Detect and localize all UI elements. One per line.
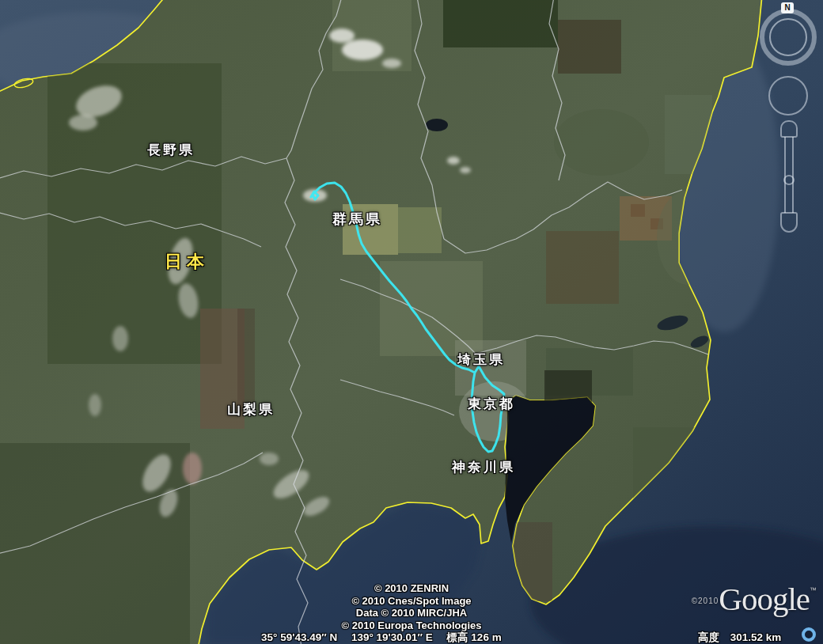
altitude-value: 301.52 km xyxy=(730,631,782,643)
zoom-slider-knob[interactable] xyxy=(783,175,795,185)
attribution-line: © 2010 ZENRIN xyxy=(285,582,538,595)
streaming-indicator-icon xyxy=(802,627,816,642)
move-joystick[interactable] xyxy=(768,76,808,116)
elevation-value: 126 m xyxy=(471,631,501,643)
logo-trademark: ™ xyxy=(810,586,817,594)
map-attribution: © 2010 ZENRIN © 2010 Cnes/Spot Image Dat… xyxy=(285,582,538,631)
map-label-saitama: 埼玉県 xyxy=(457,350,505,369)
compass-north-button[interactable]: N xyxy=(781,2,794,13)
google-earth-viewport[interactable]: 日本 長野県 群馬県 山梨県 埼玉県 東京都 神奈川県 N © 2010 ZEN… xyxy=(0,0,823,644)
elevation-label: 標高 xyxy=(447,631,468,643)
map-label-japan: 日本 xyxy=(165,250,209,274)
zoom-out-button[interactable] xyxy=(780,212,798,233)
map-label-gunma: 群馬県 xyxy=(332,210,382,229)
logo-copyright: ©2010 xyxy=(692,597,719,605)
compass-inner-ring[interactable] xyxy=(769,18,807,56)
map-label-nagano: 長野県 xyxy=(147,141,195,159)
map-label-tokyo: 東京都 xyxy=(468,395,515,413)
zoom-in-button[interactable] xyxy=(780,120,798,138)
google-logo: ©2010Google™ xyxy=(692,580,817,618)
map-label-kanagawa: 神奈川県 xyxy=(452,458,515,476)
attribution-line: © 2010 Cnes/Spot Image xyxy=(285,595,538,608)
satellite-map[interactable] xyxy=(0,0,823,644)
eye-altitude: 高度 301.52 km xyxy=(698,631,781,644)
logo-wordmark: Google xyxy=(719,581,810,617)
latitude-value: 35° 59'43.49″ N xyxy=(261,631,337,643)
altitude-label: 高度 xyxy=(698,631,719,643)
pointer-coordinates: 35° 59'43.49″ N 139° 19'30.01″ E 標高 126 … xyxy=(261,631,502,644)
attribution-line: Data © 2010 MIRC/JHA xyxy=(285,607,538,619)
map-label-yamanashi: 山梨県 xyxy=(227,400,275,419)
longitude-value: 139° 19'30.01″ E xyxy=(351,631,433,643)
